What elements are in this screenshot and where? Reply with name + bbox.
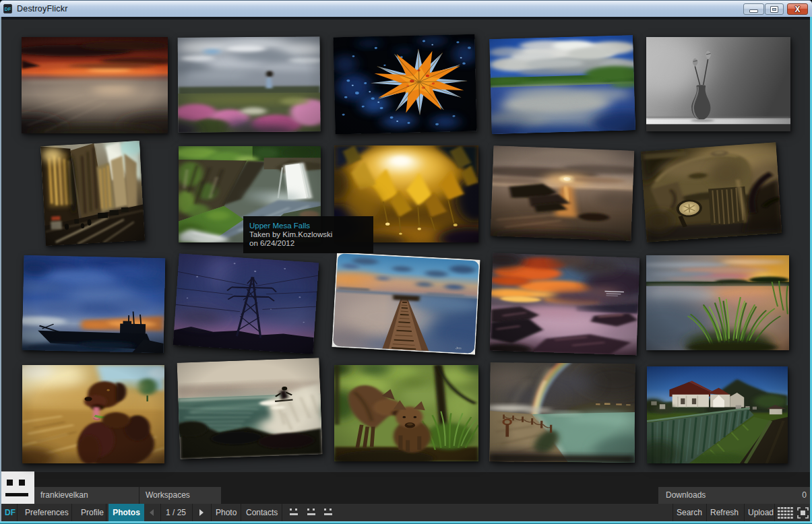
svg-text:Jm: Jm — [456, 346, 462, 350]
